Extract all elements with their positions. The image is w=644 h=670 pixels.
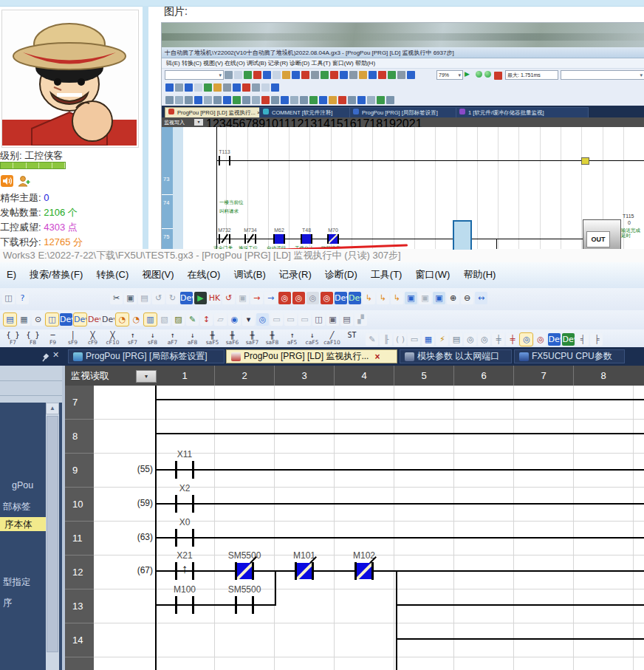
tool-icon[interactable] [397,71,405,79]
tool-icon[interactable] [338,96,346,104]
pulse-open-icon[interactable]: ↑sF7 [123,331,142,347]
contact-T48[interactable]: T48 [301,234,312,244]
tool-icon[interactable] [165,96,174,104]
window-gray-1-icon[interactable]: ▭ [270,313,283,326]
indent-left-icon[interactable]: ╡ [576,333,589,346]
tool-icon[interactable] [300,96,308,104]
invert-result-icon[interactable]: ╱caF10 [323,331,341,347]
option-4-icon[interactable]: ▞ [354,313,367,326]
tool-icon[interactable] [321,71,329,79]
close-tab-icon[interactable]: × [374,352,380,362]
pulse-ne-close-icon[interactable]: ╫saF6 [223,331,242,347]
ladder-editor[interactable]: (55) X11 (59) X2 (63) X0 (67) X21↑ SM550… [94,386,644,670]
contact-M62[interactable]: M62 [273,234,285,244]
tool-icon[interactable] [281,96,289,104]
contact-gray-icon[interactable]: ╟ [380,333,392,346]
redo-icon[interactable]: ↻ [166,292,179,304]
zoom-ladder-icon[interactable]: ◎ [520,333,532,346]
monitor-start-icon[interactable]: ▣ [405,292,417,304]
contact-SM5500-nc-on[interactable]: SM5500 [235,562,254,580]
tool-icon[interactable] [175,83,183,92]
step-out-icon[interactable]: ↳ [391,292,403,304]
pulse-ne-open-b-icon[interactable]: ╫saF7 [243,331,261,347]
coil-icon[interactable]: { }F7 [4,331,22,347]
menu-item[interactable]: 在线(O) [188,262,221,287]
contact-X2[interactable]: X2 [175,495,194,513]
tool-icon[interactable] [388,71,396,79]
out-coil-block[interactable]: OUT [583,219,621,250]
embedded-combobox[interactable]: ▾ [165,70,224,80]
dev-find-icon[interactable]: Dev [548,333,561,346]
monitor-stop-icon[interactable]: ▣ [419,292,431,304]
tool-icon[interactable] [225,71,233,79]
tool-icon[interactable] [252,96,260,104]
tool-icon[interactable] [369,71,377,79]
outline-view-icon[interactable]: ▤ [4,313,16,326]
program-check-gray-icon[interactable]: ▧ [158,313,171,326]
menu-item[interactable]: 帮助(H) [463,262,496,287]
dev-grid-icon[interactable]: Dev [74,313,86,326]
tool-icon[interactable] [175,96,183,104]
contact-M102-nc-on[interactable]: M102 [354,562,374,580]
delete-vline-icon[interactable]: ╳cF10 [103,331,122,347]
pulse-open-branch-icon[interactable]: ↑aF7 [163,331,182,347]
embedded-zoom-combobox[interactable]: 79%▾ [436,70,463,80]
delete-line-icon[interactable]: ╳cF9 [83,331,102,347]
menu-item[interactable]: E) [7,262,16,287]
tree-item-progpou[interactable]: gPou [12,480,33,490]
tool-icon[interactable] [340,71,348,79]
watch-window-1-icon[interactable]: ◔ [116,313,129,326]
paste-special-icon[interactable]: ▣ [236,292,249,304]
io-check-icon[interactable]: ↕ [200,313,213,326]
tab-cpu-parameter[interactable]: FX5UCPU CPU参数 [514,349,625,363]
tab-ld-monitor-active[interactable]: ProgPou [PRG] [LD] 监视执行... × [226,349,397,363]
block-edit-icon[interactable]: ▦ [422,333,434,346]
search-instruction-icon[interactable]: ◎ [478,333,490,346]
menu-item[interactable]: 记录(R) [279,262,312,287]
cut-icon[interactable]: ✂ [110,292,123,304]
tool-icon[interactable] [213,83,222,92]
tree-item-program[interactable]: 序 [3,597,13,609]
option-2-icon[interactable]: ▣ [326,313,339,326]
tool-icon[interactable] [282,71,290,79]
paste-icon[interactable]: ▤ [138,292,151,304]
flash-write-icon[interactable]: ⚡ [436,333,448,346]
tool-icon[interactable] [261,96,270,104]
program-rebuild-icon[interactable]: ▨ [172,313,185,326]
tab-ld-monitor[interactable]: ProgPou [PRG] [LD] 监视执行... × [165,107,264,118]
docking-layout-icon[interactable]: ▥ [144,313,157,326]
tool-icon[interactable] [290,96,298,104]
step-in-icon[interactable]: ↳ [363,292,375,304]
tool-icon[interactable] [252,83,260,92]
tab-local-label-settings[interactable]: ProgPou [PRG] [局部标签设置] [68,349,225,363]
pulse-ne-open-icon[interactable]: ╫saF5 [203,331,222,347]
tool-icon[interactable] [233,83,241,92]
dev-eye-icon[interactable]: ◉ [228,313,241,326]
menu-item[interactable]: 窗口(W) [415,262,450,287]
contact-M732[interactable]: M732 [219,234,230,244]
contact-X11[interactable]: X11 [175,461,194,479]
label-edit-icon[interactable]: ✎ [186,313,199,326]
undo-icon[interactable]: ↺ [152,292,165,304]
tool-icon[interactable] [271,96,279,104]
ok-status-icon[interactable] [476,71,482,78]
undo-write-icon[interactable]: ↺ [222,292,235,304]
tool-icon[interactable] [185,96,193,104]
tool-icon[interactable] [194,96,202,104]
tab-device-monitor[interactable]: 1 [软元件/缓冲存储器批量监视] [456,107,589,118]
find-icon[interactable]: ⊙ [32,313,44,326]
tool-icon[interactable] [359,71,367,79]
align-left-icon[interactable]: ╪ [492,333,504,346]
ok-status-icon[interactable] [484,71,491,78]
plc-diagnostic-icon[interactable]: ◎ [321,292,333,304]
embedded-menu-bar[interactable]: 辑(E) 转换(C) 视图(V) 在线(O) 调试(B) 记录(R) 诊断(D)… [162,58,644,69]
tool-icon[interactable] [233,96,241,104]
contact-X0[interactable]: X0 [175,529,194,547]
hand-edit-icon[interactable]: ✎ [366,333,378,346]
contact-X21-rising[interactable]: X21↑ [175,562,194,580]
contact-M100[interactable]: M100 [175,596,194,614]
coil-set-icon[interactable]: { }F8 [24,331,42,347]
write-to-plc-icon[interactable]: Dev [180,292,193,304]
dev-go-icon[interactable]: Dev [562,333,575,346]
tool-icon[interactable] [301,71,309,79]
